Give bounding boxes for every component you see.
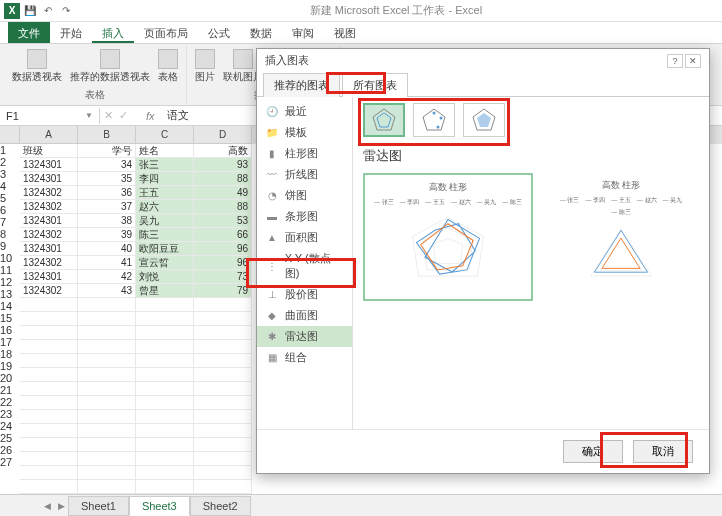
row-header[interactable]: 8 xyxy=(0,228,20,240)
cell[interactable] xyxy=(194,326,252,340)
cell[interactable] xyxy=(194,340,252,354)
cat-template[interactable]: 📁模板 xyxy=(257,122,352,143)
row-header[interactable]: 4 xyxy=(0,180,20,192)
col-header[interactable]: D xyxy=(194,126,252,144)
cell[interactable]: 49 xyxy=(194,186,252,200)
cat-recent[interactable]: 🕘最近 xyxy=(257,101,352,122)
cell[interactable] xyxy=(20,298,78,312)
cell[interactable]: 96 xyxy=(194,256,252,270)
tab-review[interactable]: 审阅 xyxy=(282,22,324,43)
cell[interactable] xyxy=(20,340,78,354)
radar-subtype-3[interactable] xyxy=(463,103,505,137)
cell[interactable] xyxy=(78,368,136,382)
cat-surface[interactable]: ◆曲面图 xyxy=(257,305,352,326)
row-header[interactable]: 19 xyxy=(0,360,20,372)
undo-icon[interactable]: ↶ xyxy=(40,3,56,19)
picture-button[interactable]: 图片 xyxy=(193,47,217,86)
cell[interactable]: 41 xyxy=(78,256,136,270)
cell[interactable] xyxy=(20,312,78,326)
cell[interactable]: 1324301 xyxy=(20,214,78,228)
cell[interactable] xyxy=(20,438,78,452)
cell[interactable] xyxy=(20,354,78,368)
dialog-close-icon[interactable]: ✕ xyxy=(685,54,701,68)
ok-button[interactable]: 确定 xyxy=(563,440,623,463)
tab-file[interactable]: 文件 xyxy=(8,22,50,43)
cell[interactable] xyxy=(20,326,78,340)
cell[interactable]: 姓名 xyxy=(136,144,194,158)
cell[interactable]: 1324301 xyxy=(20,158,78,172)
cell[interactable]: 36 xyxy=(78,186,136,200)
cell[interactable] xyxy=(194,382,252,396)
cell[interactable]: 1324301 xyxy=(20,172,78,186)
row-header[interactable]: 17 xyxy=(0,336,20,348)
cell[interactable] xyxy=(78,438,136,452)
pivot-button[interactable]: 数据透视表 xyxy=(10,47,64,86)
cell[interactable] xyxy=(136,480,194,494)
cell[interactable]: 曾星 xyxy=(136,284,194,298)
cat-combo[interactable]: ▦组合 xyxy=(257,347,352,368)
cell[interactable]: 88 xyxy=(194,200,252,214)
row-header[interactable]: 18 xyxy=(0,348,20,360)
row-header[interactable]: 14 xyxy=(0,300,20,312)
row-header[interactable]: 26 xyxy=(0,444,20,456)
row-header[interactable]: 16 xyxy=(0,324,20,336)
cell[interactable]: 1324301 xyxy=(20,270,78,284)
row-header[interactable]: 5 xyxy=(0,192,20,204)
dialog-tab-recommended[interactable]: 推荐的图表 xyxy=(263,73,340,97)
tab-formula[interactable]: 公式 xyxy=(198,22,240,43)
cell[interactable]: 42 xyxy=(78,270,136,284)
cell[interactable] xyxy=(194,396,252,410)
cell[interactable]: 赵六 xyxy=(136,200,194,214)
cell[interactable] xyxy=(136,396,194,410)
cat-bar[interactable]: ▬条形图 xyxy=(257,206,352,227)
radar-subtype-2[interactable] xyxy=(413,103,455,137)
cell[interactable]: 张三 xyxy=(136,158,194,172)
cat-area[interactable]: ▲面积图 xyxy=(257,227,352,248)
cell[interactable] xyxy=(136,298,194,312)
cell[interactable]: 96 xyxy=(194,242,252,256)
cell[interactable]: 73 xyxy=(194,270,252,284)
sheet-nav-prev[interactable]: ◀ xyxy=(40,501,54,511)
cell[interactable] xyxy=(78,480,136,494)
cell[interactable] xyxy=(194,480,252,494)
cell[interactable]: 李四 xyxy=(136,172,194,186)
cell[interactable] xyxy=(194,368,252,382)
dialog-help-icon[interactable]: ? xyxy=(667,54,683,68)
row-header[interactable]: 12 xyxy=(0,276,20,288)
table-button[interactable]: 表格 xyxy=(156,47,180,86)
save-icon[interactable]: 💾 xyxy=(22,3,38,19)
cell[interactable]: 53 xyxy=(194,214,252,228)
row-header[interactable]: 3 xyxy=(0,168,20,180)
cell[interactable] xyxy=(20,466,78,480)
row-header[interactable]: 23 xyxy=(0,408,20,420)
tab-insert[interactable]: 插入 xyxy=(92,22,134,43)
cell[interactable]: 1324302 xyxy=(20,228,78,242)
cell[interactable] xyxy=(136,466,194,480)
cell[interactable] xyxy=(78,354,136,368)
cell[interactable]: 欧阳豆豆 xyxy=(136,242,194,256)
row-header[interactable]: 27 xyxy=(0,456,20,468)
cell[interactable]: 刘悦 xyxy=(136,270,194,284)
cell[interactable]: 1324302 xyxy=(20,256,78,270)
cell[interactable] xyxy=(20,382,78,396)
cell[interactable] xyxy=(20,480,78,494)
cell[interactable] xyxy=(194,312,252,326)
cell[interactable]: 34 xyxy=(78,158,136,172)
cell[interactable] xyxy=(20,424,78,438)
cell[interactable] xyxy=(136,340,194,354)
row-header[interactable]: 2 xyxy=(0,156,20,168)
cell[interactable] xyxy=(194,410,252,424)
cell[interactable] xyxy=(136,410,194,424)
name-box[interactable]: F1▼ xyxy=(0,108,100,124)
cell[interactable]: 66 xyxy=(194,228,252,242)
row-header[interactable]: 10 xyxy=(0,252,20,264)
cell[interactable]: 陈三 xyxy=(136,228,194,242)
cell[interactable]: 高数 xyxy=(194,144,252,158)
cell[interactable] xyxy=(136,438,194,452)
cell[interactable] xyxy=(78,326,136,340)
cat-radar[interactable]: ✱雷达图 xyxy=(257,326,352,347)
cell[interactable] xyxy=(136,368,194,382)
cell[interactable]: 35 xyxy=(78,172,136,186)
cell[interactable]: 宣云晢 xyxy=(136,256,194,270)
cell[interactable]: 学号 xyxy=(78,144,136,158)
